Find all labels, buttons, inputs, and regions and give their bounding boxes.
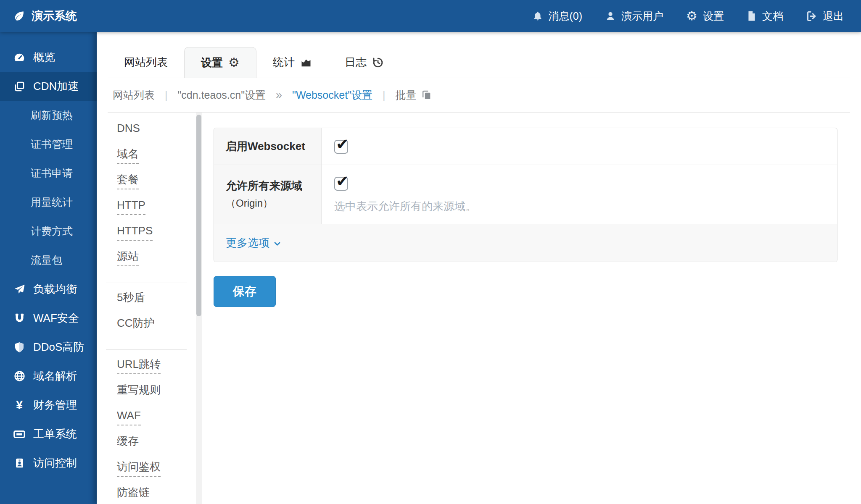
logout-menu-item[interactable]: 退出: [795, 0, 855, 32]
sidebar-item-overview[interactable]: 概览: [0, 43, 97, 72]
submenu-item-origin[interactable]: 源站: [97, 250, 196, 276]
allow-all-origins-label: 允许所有来源域: [226, 178, 314, 193]
sidebar-item-waf[interactable]: WAF安全: [0, 304, 97, 333]
breadcrumb-separator: |: [165, 89, 168, 101]
sidebar-item-ddos[interactable]: DDoS高防: [0, 333, 97, 362]
messages-menu-item[interactable]: 消息(0): [521, 0, 594, 32]
app-window: 演示系统 消息(0) 演示用户 ⚙ 设置: [0, 0, 861, 504]
submenu-label: HTTP: [117, 199, 145, 215]
breadcrumb-site-list[interactable]: 网站列表: [113, 88, 155, 102]
clone-icon: [13, 81, 26, 92]
submenu-item-https[interactable]: HTTPS: [97, 224, 196, 250]
shield-icon: [13, 341, 26, 353]
sidebar-item-refresh-preheat[interactable]: 刷新预热: [0, 101, 97, 130]
submenu-item-cc-protect[interactable]: CC防护: [97, 317, 196, 342]
sidebar-label: 财务管理: [33, 398, 77, 412]
enable-websocket-row: 启用Websocket ✔: [214, 128, 837, 165]
sidebar-item-cdn[interactable]: CDN加速: [0, 72, 97, 101]
sidebar-label: 证书申请: [31, 166, 73, 180]
submenu-label: HTTPS: [117, 224, 153, 241]
sidebar-item-cert-apply[interactable]: 证书申请: [0, 159, 97, 188]
sidebar-item-dns-resolve[interactable]: 域名解析: [0, 362, 97, 391]
scrollbar-thumb[interactable]: [196, 115, 201, 316]
app-title: 演示系统: [32, 8, 77, 24]
checkmark-icon: ✔: [336, 136, 349, 152]
submenu-label: 访问鉴权: [117, 460, 161, 477]
sidebar-label: 工单系统: [33, 427, 77, 441]
messages-label: 消息(0): [549, 9, 583, 23]
submenu-item-plan[interactable]: 套餐: [97, 173, 196, 199]
document-icon: [747, 10, 757, 21]
submenu-item-domain[interactable]: 域名: [97, 147, 196, 173]
tab-label: 网站列表: [124, 55, 168, 70]
submenu-item-cache[interactable]: 缓存: [97, 435, 196, 460]
allow-all-origins-checkbox[interactable]: ✔: [334, 177, 348, 191]
breadcrumb-current[interactable]: "Websocket"设置: [292, 88, 372, 102]
yen-icon: ¥: [13, 398, 26, 412]
submenu-label: WAF: [117, 409, 141, 425]
main-split: 概览 CDN加速 刷新预热 证书管理 证书申请 用量统计 计费方式 流量包 负载…: [0, 32, 861, 504]
topbar-menu: 消息(0) 演示用户 ⚙ 设置 文档: [521, 0, 861, 32]
sidebar-item-access-control[interactable]: 访问控制: [0, 449, 97, 478]
sidebar-item-cert-manage[interactable]: 证书管理: [0, 130, 97, 159]
scrollbar-track[interactable]: [196, 113, 202, 504]
sidebar-label: 流量包: [31, 253, 62, 267]
tab-logs[interactable]: 日志: [328, 47, 400, 78]
sidebar-item-finance[interactable]: ¥ 财务管理: [0, 391, 97, 420]
chevron-down-icon: [273, 240, 281, 248]
breadcrumb-site-settings[interactable]: "cdn.teaos.cn"设置: [178, 88, 266, 102]
submenu-item-http[interactable]: HTTP: [97, 199, 196, 224]
submenu-label: 防盗链: [117, 486, 150, 501]
submenu-item-waf[interactable]: WAF: [97, 409, 196, 435]
sidebar-item-billing-method[interactable]: 计费方式: [0, 217, 97, 246]
websocket-settings-form: 启用Websocket ✔ 允许所有来源域 （Origin）: [202, 113, 861, 504]
logout-label: 退出: [823, 9, 844, 23]
more-options-link[interactable]: 更多选项: [226, 236, 281, 250]
breadcrumb-separator: |: [383, 89, 386, 101]
sidebar-label: 域名解析: [33, 369, 77, 383]
submenu-divider: [106, 283, 187, 283]
submenu-item-5s-shield[interactable]: 5秒盾: [97, 291, 196, 317]
docs-menu-item[interactable]: 文档: [735, 0, 795, 32]
sign-out-icon: [806, 10, 817, 22]
chart-area-icon: [300, 57, 312, 68]
settings-submenu: DNS 域名 套餐 HTTP HTTPS 源站 5秒盾 CC防护 URL跳转 重…: [97, 113, 196, 504]
enable-websocket-label: 启用Websocket: [226, 139, 314, 154]
panel-footer: 更多选项: [214, 224, 837, 262]
breadcrumb: 网站列表 | "cdn.teaos.cn"设置 » "Websocket"设置 …: [108, 78, 850, 113]
submenu-label: DNS: [117, 122, 140, 137]
submenu-item-rewrite-rules[interactable]: 重写规则: [97, 383, 196, 409]
submenu-label: 5秒盾: [117, 291, 145, 307]
enable-websocket-checkbox[interactable]: ✔: [334, 140, 348, 154]
row-value: ✔ 选中表示允许所有的来源域。: [322, 165, 837, 224]
save-button[interactable]: 保存: [214, 276, 276, 307]
submenu-item-hotlink-protect[interactable]: 防盗链: [97, 486, 196, 504]
origin-sublabel: （Origin）: [226, 197, 314, 210]
tab-site-list[interactable]: 网站列表: [108, 47, 184, 78]
id-badge-icon: [13, 457, 26, 469]
sidebar-item-load-balance[interactable]: 负载均衡: [0, 275, 97, 304]
tab-label: 统计: [273, 55, 295, 70]
submenu-item-url-redirect[interactable]: URL跳转: [97, 358, 196, 383]
sidebar-label: 计费方式: [31, 224, 73, 238]
sidebar-item-usage-stats[interactable]: 用量统计: [0, 188, 97, 217]
sidebar-item-tickets[interactable]: 工单系统: [0, 420, 97, 449]
user-menu-item[interactable]: 演示用户: [594, 0, 675, 32]
tab-stats[interactable]: 统计: [256, 47, 328, 78]
submenu-label: 源站: [117, 250, 139, 266]
globe-icon: [13, 370, 26, 382]
leaf-logo-icon: [13, 10, 25, 22]
settings-menu-item[interactable]: ⚙ 设置: [675, 0, 735, 32]
topbar: 演示系统 消息(0) 演示用户 ⚙ 设置: [0, 0, 861, 32]
settings-panel: 启用Websocket ✔ 允许所有来源域 （Origin）: [214, 128, 837, 262]
submenu-item-dns[interactable]: DNS: [97, 122, 196, 147]
submenu-label: 缓存: [117, 435, 139, 450]
tab-bar: 网站列表 设置 ⚙ 统计 日志: [108, 47, 850, 78]
batch-button[interactable]: 批量: [396, 88, 432, 102]
tab-settings[interactable]: 设置 ⚙: [184, 47, 256, 78]
submenu-item-access-auth[interactable]: 访问鉴权: [97, 460, 196, 486]
tab-label: 设置: [201, 55, 223, 70]
paper-plane-icon: [13, 283, 26, 295]
sidebar-item-traffic-package[interactable]: 流量包: [0, 246, 97, 275]
brand[interactable]: 演示系统: [0, 8, 77, 24]
